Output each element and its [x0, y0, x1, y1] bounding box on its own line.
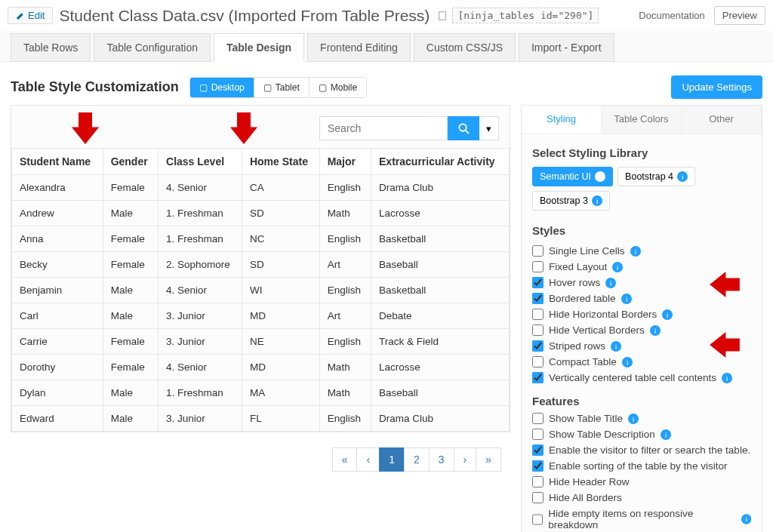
option-hide-header-row[interactable]: Hide Header Row [532, 475, 751, 488]
edit-button[interactable]: Edit [8, 7, 53, 24]
table-row: AlexandraFemale4. SeniorCAEnglishDrama C… [12, 175, 510, 201]
info-icon [592, 195, 602, 206]
styles-list: Single Line CellsFixed LayoutHover rowsB… [532, 244, 751, 384]
page-›[interactable]: › [454, 447, 477, 472]
main-tabs: Table RowsTable ConfigurationTable Desig… [0, 31, 773, 62]
page-«[interactable]: « [332, 447, 358, 472]
lib-bootstrap-4[interactable]: Bootstrap 4 [617, 167, 695, 186]
features-list: Show Table TitleShow Table DescriptionEn… [532, 412, 751, 532]
page-2[interactable]: 2 [404, 447, 430, 472]
option-hide-horizontal-borders[interactable]: Hide Horizontal Borders [532, 308, 751, 321]
page-title: Student Class Data.csv (Imported From Ta… [59, 7, 430, 25]
option-enable-the-visitor-to-filter-o[interactable]: Enable the visitor to filter or search t… [532, 444, 751, 457]
info-icon[interactable] [630, 246, 641, 257]
svg-rect-4 [439, 11, 446, 20]
annotation-arrow-1 [72, 112, 99, 145]
device-mobile[interactable]: ▢ Mobile [310, 78, 366, 97]
documentation-link[interactable]: Documentation [639, 10, 704, 21]
table-row: DylanMale1. FreshmanMAMathBaseball [12, 380, 510, 406]
library-buttons: Semantic UI Bootstrap 4 Bootstrap 3 [532, 167, 751, 211]
info-icon[interactable] [622, 357, 633, 367]
column-header[interactable]: Home State [242, 149, 319, 175]
info-icon [677, 171, 688, 182]
option-show-table-title[interactable]: Show Table Title [532, 412, 751, 425]
column-header[interactable]: Gender [103, 149, 158, 175]
sidetab-table-colors[interactable]: Table Colors [602, 106, 682, 134]
table-row: BeckyFemale2. SophomoreSDArtBaseball [12, 252, 510, 278]
table-row: AnnaFemale1. FreshmanNCEnglishBasketball [12, 226, 510, 252]
search-button[interactable] [448, 116, 479, 140]
info-icon [595, 171, 605, 182]
device-segmented: ▢ Desktop▢ Tablet▢ Mobile [189, 77, 367, 98]
option-single-line-cells[interactable]: Single Line Cells [532, 244, 751, 257]
option-enable-sorting-of-the-table-by[interactable]: Enable sorting of the table by the visit… [532, 460, 751, 472]
features-heading: Features [532, 395, 751, 407]
info-icon[interactable] [611, 341, 621, 352]
option-show-table-description[interactable]: Show Table Description [532, 428, 751, 441]
page-‹[interactable]: ‹ [356, 447, 380, 472]
option-hide-empty-items-on-responsive[interactable]: Hide empty items on responsive breakdown [532, 507, 751, 531]
info-icon[interactable] [621, 294, 632, 304]
table-row: EdwardMale3. JuniorFLEnglishDrama Club [12, 406, 510, 432]
edit-label: Edit [28, 10, 45, 21]
column-header[interactable]: Student Name [12, 149, 103, 175]
library-heading: Select Styling Library [532, 146, 751, 159]
sidetab-styling[interactable]: Styling [522, 106, 602, 134]
pagination: «‹123›» [11, 432, 510, 487]
table-row: BenjaminMale4. SeniorWIEnglishBasketball [12, 278, 510, 303]
info-icon[interactable] [605, 278, 616, 288]
device-desktop[interactable]: ▢ Desktop [190, 78, 254, 97]
column-header[interactable]: Extracurricular Activity [371, 149, 510, 175]
clipboard-icon [437, 11, 448, 21]
search-icon [458, 123, 470, 134]
info-icon[interactable] [662, 309, 673, 320]
styles-heading: Styles [532, 224, 751, 237]
tab-table-configuration[interactable]: Table Configuration [94, 33, 211, 62]
page-»[interactable]: » [476, 447, 501, 472]
lib-bootstrap-3[interactable]: Bootstrap 3 [532, 191, 610, 211]
pencil-icon [16, 11, 25, 20]
search-input[interactable] [319, 116, 448, 140]
page-3[interactable]: 3 [429, 447, 454, 472]
table-row: AndrewMale1. FreshmanSDMathLacrosse [12, 201, 510, 226]
data-table: Student NameGenderClass LevelHome StateM… [11, 148, 510, 432]
page-1[interactable]: 1 [379, 447, 405, 472]
table-row: DorothyFemale4. SeniorMDMathLacrosse [12, 355, 510, 380]
info-icon[interactable] [612, 262, 623, 272]
annotation-arrow-4 [695, 332, 754, 358]
column-header[interactable]: Major [319, 149, 371, 175]
info-icon[interactable] [741, 514, 751, 524]
tab-table-rows[interactable]: Table Rows [11, 33, 91, 62]
info-icon[interactable] [661, 429, 671, 440]
shortcode[interactable]: [ninja_tables id="290"] [452, 8, 599, 23]
side-tabs: StylingTable ColorsOther [522, 106, 762, 134]
update-settings-button[interactable]: Update Settings [671, 75, 762, 99]
config-heading: Table Style Customization [11, 79, 179, 95]
annotation-arrow-2 [230, 112, 257, 145]
annotation-arrow-3 [695, 272, 754, 297]
tab-table-design[interactable]: Table Design [214, 33, 304, 62]
tab-frontend-editing[interactable]: Frontend Editing [307, 33, 411, 62]
table-row: CarlMale3. JuniorMDArtDebate [12, 303, 510, 329]
tab-custom-css-js[interactable]: Custom CSS/JS [414, 33, 516, 62]
option-hide-all-borders[interactable]: Hide All Borders [532, 491, 751, 504]
table-row: CarrieFemale3. JuniorNEEnglishTrack & Fi… [12, 329, 510, 355]
tab-import-export[interactable]: Import - Export [519, 33, 614, 62]
search-dropdown[interactable]: ▾ [479, 116, 499, 140]
info-icon[interactable] [722, 373, 732, 383]
preview-button[interactable]: Preview [714, 6, 765, 25]
lib-semantic-ui[interactable]: Semantic UI [532, 167, 613, 186]
info-icon[interactable] [650, 325, 661, 336]
sidetab-other[interactable]: Other [682, 106, 762, 134]
column-header[interactable]: Class Level [159, 149, 242, 175]
option-vertically-centered-table-cell[interactable]: Vertically centered table cell contents [532, 371, 751, 384]
info-icon[interactable] [628, 414, 639, 424]
device-tablet[interactable]: ▢ Tablet [254, 78, 310, 97]
